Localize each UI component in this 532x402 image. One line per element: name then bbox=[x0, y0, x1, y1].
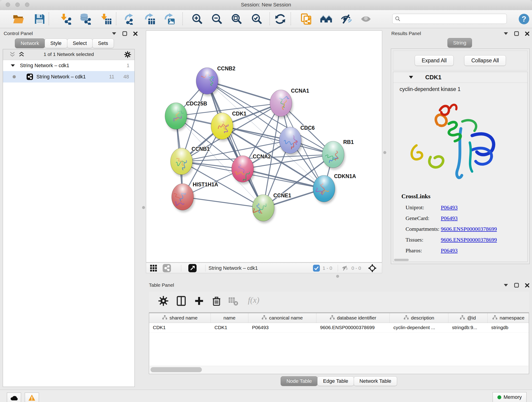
tab-string[interactable]: String bbox=[447, 38, 472, 48]
import-table-icon[interactable] bbox=[100, 13, 112, 25]
collapse-panel-icon[interactable] bbox=[504, 32, 508, 35]
delete-column-icon[interactable] bbox=[211, 296, 222, 306]
column-header-namespace[interactable]: namespace bbox=[488, 313, 529, 323]
birdseye-crosshair-icon[interactable] bbox=[368, 264, 377, 273]
zoom-selected-icon[interactable] bbox=[251, 13, 263, 25]
network-node-CCNB1[interactable]: CCNB1 bbox=[171, 146, 210, 177]
float-panel-icon[interactable] bbox=[122, 31, 127, 36]
crosslink-link[interactable]: 9606.ENSP00000378699 bbox=[441, 226, 497, 232]
section-collapse-icon[interactable] bbox=[409, 76, 413, 79]
gene-section-header[interactable]: CDK1 bbox=[393, 72, 527, 83]
crosslink-link[interactable]: P06493 bbox=[441, 215, 457, 221]
refresh-icon[interactable] bbox=[274, 13, 286, 25]
toolbar-separator bbox=[182, 12, 183, 25]
open-in-new-window-icon[interactable] bbox=[188, 264, 196, 272]
crosslink-link[interactable]: P06493 bbox=[441, 204, 457, 211]
scrollbar-thumb[interactable] bbox=[151, 367, 202, 372]
clone-network-icon[interactable] bbox=[301, 13, 312, 25]
left-splitter-handle[interactable] bbox=[142, 206, 145, 209]
network-collection-label: String Network – cdk1 bbox=[20, 63, 69, 69]
hide-selected-icon[interactable] bbox=[341, 13, 352, 25]
network-list-gear-icon[interactable] bbox=[124, 51, 131, 58]
crosslink-row: Uniprot:P06493 bbox=[393, 203, 526, 214]
import-database-icon[interactable] bbox=[80, 13, 91, 25]
column-header-description[interactable]: description bbox=[390, 313, 448, 323]
expand-all-button[interactable]: Expand All bbox=[415, 55, 454, 66]
network-node-CCNE1[interactable]: CCNE1 bbox=[252, 192, 291, 223]
tab-network[interactable]: Network bbox=[15, 38, 45, 48]
open-folder-icon[interactable] bbox=[13, 13, 24, 25]
export-table-icon[interactable] bbox=[144, 13, 156, 25]
column-header-shared-name[interactable]: shared name bbox=[149, 313, 211, 323]
float-panel-icon[interactable] bbox=[514, 31, 519, 36]
edge-CCNB2-CCNE1[interactable] bbox=[207, 81, 263, 208]
column-header-label: database identifier bbox=[337, 315, 376, 321]
search-input[interactable] bbox=[403, 16, 504, 22]
network-node-RB1[interactable]: RB1 bbox=[322, 139, 354, 170]
tree-expand-icon[interactable] bbox=[11, 64, 15, 67]
collapse-panel-icon[interactable] bbox=[112, 32, 116, 35]
warning-icon bbox=[28, 394, 36, 401]
collapse-all-button[interactable]: Collapse All bbox=[464, 55, 506, 66]
import-network-icon[interactable] bbox=[60, 13, 71, 25]
neighbors-houses-icon[interactable] bbox=[320, 13, 333, 25]
show-all-icon[interactable] bbox=[360, 13, 372, 25]
column-header--id[interactable]: @id bbox=[448, 313, 488, 323]
tab-select[interactable]: Select bbox=[67, 38, 93, 48]
grid-view-icon[interactable] bbox=[150, 264, 157, 272]
network-node-CDKN1A[interactable]: CDKN1A bbox=[313, 173, 356, 204]
export-image-icon[interactable] bbox=[164, 13, 176, 25]
close-panel-icon[interactable] bbox=[133, 32, 138, 36]
table-gear-icon[interactable] bbox=[158, 296, 169, 306]
tab-sets[interactable]: Sets bbox=[92, 38, 114, 48]
save-icon[interactable] bbox=[34, 13, 45, 25]
crosslink-link[interactable]: P06493 bbox=[441, 248, 457, 254]
table-panel: Table Panel f(x) shared namenamecanonica… bbox=[146, 279, 532, 390]
column-header-canonical-name[interactable]: canonical name bbox=[248, 313, 317, 323]
warning-button[interactable] bbox=[25, 393, 39, 402]
bottom-splitter-handle[interactable] bbox=[336, 275, 339, 278]
column-header-name[interactable]: name bbox=[211, 313, 248, 323]
table-horizontal-scrollbar[interactable] bbox=[150, 366, 528, 373]
network-node-CCNA1[interactable]: CCNA1 bbox=[270, 88, 309, 119]
tab-edge-table[interactable]: Edge Table bbox=[317, 376, 354, 386]
table-row[interactable]: CDK1CDK1P064939606.ENSP00000378699cyclin… bbox=[149, 323, 529, 333]
memory-button[interactable]: Memory bbox=[493, 392, 526, 402]
tab-node-table[interactable]: Node Table bbox=[281, 376, 317, 386]
crosslink-row: Tissues:9606.ENSP00000378699 bbox=[393, 235, 526, 246]
close-panel-icon[interactable] bbox=[525, 283, 530, 288]
zoom-in-icon[interactable] bbox=[191, 13, 203, 25]
right-splitter-handle[interactable] bbox=[383, 151, 386, 154]
results-scrollbar-thumb[interactable] bbox=[394, 259, 409, 261]
selected-checkbox-icon[interactable] bbox=[313, 265, 320, 272]
network-share-icon[interactable] bbox=[163, 264, 171, 272]
zoom-fit-icon[interactable] bbox=[231, 13, 242, 25]
zoom-out-icon[interactable] bbox=[211, 13, 223, 25]
tab-network-table[interactable]: Network Table bbox=[354, 376, 397, 386]
results-panel-controls bbox=[504, 31, 530, 36]
cloud-button[interactable] bbox=[7, 393, 21, 402]
crosslink-label: Compartments: bbox=[405, 226, 439, 232]
collapse-panel-icon[interactable] bbox=[504, 284, 508, 287]
help-icon[interactable]: ? bbox=[518, 13, 530, 25]
network-node-CCNB2[interactable]: CCNB2 bbox=[196, 65, 235, 96]
network-node-HIST1H1A[interactable]: HIST1H1A bbox=[172, 182, 218, 212]
search-field bbox=[392, 14, 507, 24]
table-cell: stringdb:9... bbox=[448, 323, 488, 332]
network-tree-parent-row[interactable]: String Network – cdk1 1 bbox=[3, 60, 134, 71]
toolbar-separator bbox=[269, 12, 270, 25]
show-columns-icon[interactable] bbox=[176, 296, 186, 306]
node-label: CCNA2 bbox=[253, 153, 271, 160]
tab-style[interactable]: Style bbox=[45, 38, 67, 48]
crosslink-link[interactable]: 9606.ENSP00000378699 bbox=[441, 237, 497, 243]
float-panel-icon[interactable] bbox=[514, 283, 519, 288]
export-network-icon[interactable] bbox=[124, 13, 136, 25]
table-header-row: shared namenamecanonical namedatabase id… bbox=[149, 313, 529, 323]
table-cell: P06493 bbox=[248, 323, 317, 332]
add-column-icon[interactable] bbox=[194, 296, 204, 306]
results-panel-title: Results Panel bbox=[391, 31, 421, 36]
network-canvas[interactable]: CCNB2CCNA1CDC25BCDK1CDC6RB1CCNB1CCNA2CDK… bbox=[146, 31, 382, 262]
close-panel-icon[interactable] bbox=[525, 32, 530, 36]
column-header-database-identifier[interactable]: database identifier bbox=[317, 313, 390, 323]
network-tree-child-row[interactable]: String Network – cdk1 11 48 bbox=[3, 71, 134, 83]
